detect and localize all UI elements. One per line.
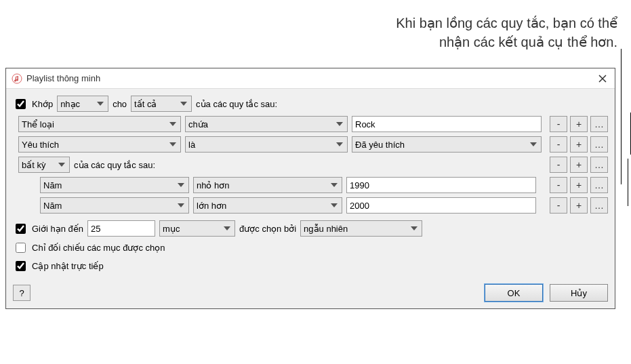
nested-suffix: của các quy tắc sau:: [74, 160, 155, 170]
annotation-line-2: nhận các kết quả cụ thể hơn.: [439, 35, 617, 49]
rule-row: Yêu thích là Đã yêu thích - + …: [13, 136, 608, 153]
add-rule-button[interactable]: +: [570, 157, 588, 173]
help-button[interactable]: ?: [13, 285, 30, 301]
rule-value-input[interactable]: [346, 197, 536, 214]
add-rule-button[interactable]: +: [570, 116, 588, 132]
match-checkbox[interactable]: [16, 99, 26, 109]
live-update-checkbox[interactable]: [16, 261, 26, 271]
rule-value-input[interactable]: [346, 177, 536, 193]
ellipsis-icon: …: [594, 139, 604, 150]
rule-operator-select[interactable]: là: [185, 136, 348, 153]
nest-rule-button[interactable]: …: [590, 177, 608, 193]
titlebar: Playlist thông minh: [6, 68, 615, 89]
remove-rule-button[interactable]: -: [550, 197, 567, 214]
plus-icon: +: [576, 159, 582, 170]
limit-label: Giới hạn đến: [32, 224, 83, 234]
bracket-icon: [628, 159, 628, 206]
live-update-row: Cập nhật trực tiếp: [13, 259, 608, 273]
window-title: Playlist thông minh: [26, 73, 596, 83]
add-rule-button[interactable]: +: [570, 177, 588, 193]
minus-icon: -: [557, 139, 561, 150]
match-checked-checkbox[interactable]: [16, 243, 26, 253]
remove-rule-button[interactable]: -: [550, 157, 567, 173]
ok-button[interactable]: OK: [485, 284, 543, 302]
media-type-select[interactable]: nhạc: [57, 96, 108, 112]
for-label: cho: [113, 99, 127, 109]
match-checked-label: Chỉ đối chiếu các mục được chọn: [32, 243, 165, 253]
rule-row: Thể loại chứa - + …: [13, 116, 608, 132]
rule-operator-select[interactable]: chứa: [185, 116, 348, 132]
quantifier-select[interactable]: tất cả: [131, 96, 192, 112]
remove-rule-button[interactable]: -: [550, 177, 567, 193]
help-icon: ?: [19, 288, 24, 298]
match-suffix: của các quy tắc sau:: [196, 99, 277, 109]
music-note-icon: [12, 73, 22, 84]
nest-rule-button[interactable]: …: [590, 136, 608, 153]
ellipsis-icon: …: [594, 119, 604, 129]
dialog-footer: ? OK Hủy: [13, 277, 608, 302]
match-label: Khớp: [32, 99, 53, 109]
nest-rule-button[interactable]: …: [590, 116, 608, 132]
minus-icon: -: [557, 180, 561, 190]
close-icon[interactable]: [596, 72, 609, 85]
rule-field-select[interactable]: Thể loại: [18, 116, 181, 132]
limit-unit-select[interactable]: mục: [159, 220, 235, 237]
minus-icon: -: [557, 119, 561, 129]
nested-rule-row: Năm nhỏ hơn - + …: [13, 177, 608, 193]
nested-quantifier-select[interactable]: bất kỳ: [18, 157, 70, 173]
dialog-content: Khớp nhạc cho tất cả của các quy tắc sau…: [6, 89, 615, 308]
svg-point-0: [12, 74, 22, 83]
ellipsis-icon: …: [594, 200, 604, 211]
limit-row: Giới hạn đến mục được chọn bởi ngẫu nhiê…: [13, 220, 608, 237]
limit-checkbox[interactable]: [16, 224, 26, 234]
add-rule-button[interactable]: +: [570, 136, 588, 153]
nested-rule-row: Năm lớn hơn - + …: [13, 197, 608, 214]
add-rule-button[interactable]: +: [570, 197, 588, 214]
rule-value-input[interactable]: [352, 116, 542, 132]
match-row: Khớp nhạc cho tất cả của các quy tắc sau…: [13, 96, 608, 112]
plus-icon: +: [576, 200, 582, 211]
ellipsis-icon: …: [594, 180, 604, 190]
minus-icon: -: [557, 159, 561, 170]
match-checked-row: Chỉ đối chiếu các mục được chọn: [13, 241, 608, 255]
annotation-line-1: Khi bạn lồng các quy tắc, bạn có thể: [396, 16, 617, 31]
selected-by-label: được chọn bởi: [239, 224, 296, 234]
nest-rule-button[interactable]: …: [590, 197, 608, 214]
plus-icon: +: [576, 139, 582, 150]
nest-rule-button[interactable]: …: [590, 157, 608, 173]
rule-value-select[interactable]: Đã yêu thích: [352, 136, 542, 153]
limit-value-input[interactable]: [87, 220, 155, 237]
minus-icon: -: [557, 200, 561, 211]
rule-operator-select[interactable]: lớn hơn: [193, 197, 342, 214]
smart-playlist-dialog: Playlist thông minh Khớp nhạc cho tất cả…: [5, 68, 615, 309]
nested-group-header: bất kỳ của các quy tắc sau: - + …: [13, 157, 608, 173]
plus-icon: +: [576, 119, 582, 129]
plus-icon: +: [576, 180, 582, 190]
selected-by-select[interactable]: ngẫu nhiên: [300, 220, 422, 237]
ellipsis-icon: …: [594, 159, 604, 170]
remove-rule-button[interactable]: -: [550, 116, 567, 132]
rule-field-select[interactable]: Năm: [40, 197, 189, 214]
live-update-label: Cập nhật trực tiếp: [32, 261, 104, 271]
remove-rule-button[interactable]: -: [550, 136, 567, 153]
cancel-button[interactable]: Hủy: [550, 284, 608, 302]
rule-field-select[interactable]: Yêu thích: [18, 136, 181, 153]
rule-field-select[interactable]: Năm: [40, 177, 189, 193]
callout-line: [621, 49, 622, 184]
help-annotation: Khi bạn lồng các quy tắc, bạn có thể nhậ…: [396, 14, 617, 52]
rule-operator-select[interactable]: nhỏ hơn: [193, 177, 342, 193]
